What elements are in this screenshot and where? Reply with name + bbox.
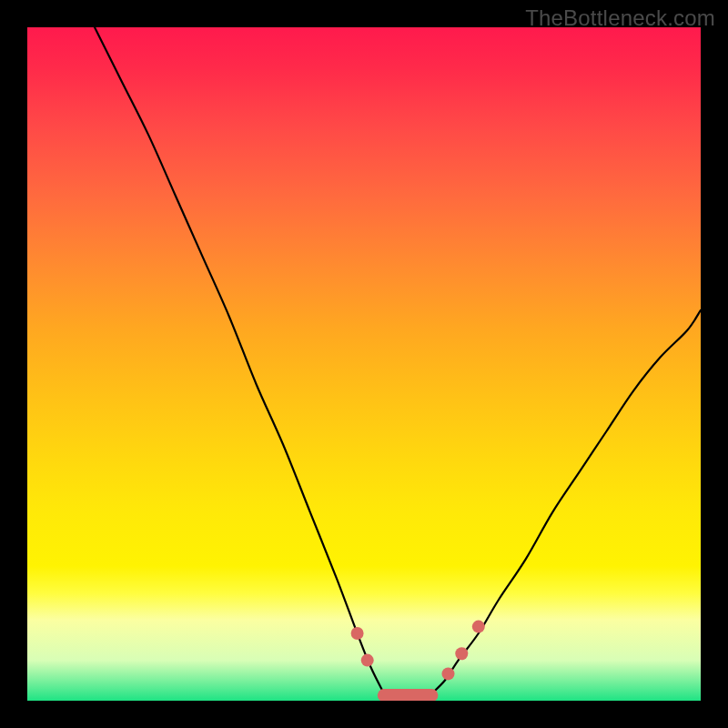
watermark-text: TheBottleneck.com: [525, 5, 715, 31]
curve-left-branch: [95, 27, 384, 694]
marker-dot-4: [472, 621, 485, 633]
marker-dot-1: [361, 654, 374, 667]
marker-dot-2: [442, 667, 455, 680]
chart-overlay: [27, 27, 701, 701]
marker-dot-0: [351, 627, 364, 640]
marker-pill: [378, 689, 439, 701]
marker-dot-3: [455, 647, 468, 660]
chart-frame: TheBottleneck.com: [0, 0, 728, 728]
curve-right-branch: [431, 310, 701, 694]
